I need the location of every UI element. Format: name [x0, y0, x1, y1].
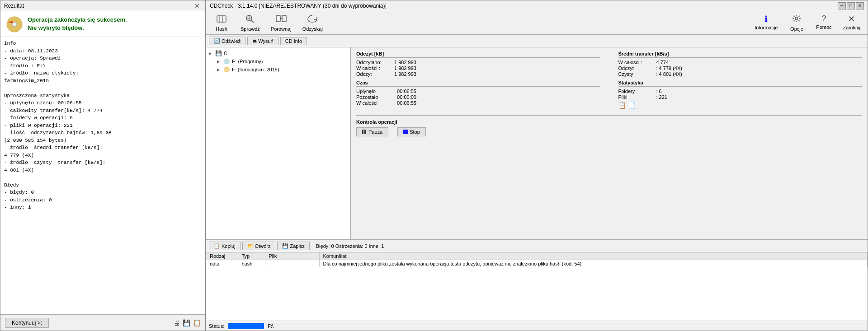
w-calosci2-line: W całości : 4 774: [618, 60, 863, 65]
odczytano-label: Odczytano:: [356, 60, 392, 65]
pliki-line: Pliki : 221: [618, 94, 863, 100]
odczyt2-label: Odczyt: [618, 65, 655, 71]
rezultat-title: Rezultat: [4, 3, 24, 9]
log-table-header: Rodzaj Typ Plik Komunikat: [206, 252, 868, 260]
odswierz-button[interactable]: 🔄 Odśwież: [209, 37, 245, 45]
stop-icon: [403, 130, 408, 134]
toolbar-pomoc[interactable]: ? Pomoc: [810, 13, 837, 33]
kontynuuj-button[interactable]: Kontynuuj >:: [5, 318, 49, 328]
svg-line-7: [251, 20, 254, 23]
w-calosci2-value: 4 774: [656, 60, 669, 65]
hash-icon: [216, 14, 227, 25]
copy-icon-2[interactable]: 📄: [628, 102, 636, 109]
print-icon[interactable]: 🖨: [174, 319, 180, 326]
toolbar-informacje[interactable]: ℹ Informacje: [749, 13, 783, 33]
status-label: Status:: [209, 323, 224, 329]
toolbar-porownaj-label: Porównaj: [271, 26, 292, 32]
log-table: Rodzaj Typ Plik Komunikat notahashDla co…: [206, 252, 868, 321]
tree-arrow-c: ▶: [209, 51, 213, 56]
kontrola-title: Kontrola operacji: [356, 119, 862, 125]
w-calosci3-value: : 00:06:55: [394, 100, 416, 106]
foldery-line: Foldery : 6: [618, 89, 863, 94]
copy-icon[interactable]: 📋: [193, 319, 201, 326]
toolbar-odzyskaj[interactable]: Odzyskaj: [297, 13, 328, 33]
odczyt-label: Odczyt: [356, 71, 392, 77]
zapisz-button[interactable]: 💾 Zapisz: [277, 242, 309, 250]
kopiuj-label: Kopiuj: [222, 243, 236, 249]
czysty-value: : 4 801 (4X): [656, 71, 682, 77]
toolbar-hash[interactable]: Hash: [208, 13, 235, 33]
stats-row-bottom: Czas Upłynęło : 00:06:55 Pozostało : 00:…: [356, 80, 862, 109]
w-calosci2-label: W całości :: [618, 60, 655, 65]
toolbar-zamknij-label: Zamknij: [843, 25, 860, 30]
toolbar-porownaj[interactable]: Porównaj: [265, 13, 297, 33]
tree-item-f[interactable]: ▶ 📀 F: (farmingsim_2015): [216, 65, 349, 74]
status-progress-bar: [228, 323, 264, 329]
cdcheck-titlebar: CDCheck - 3.1.14.0 [NIEZAREJESTROWANY (3…: [206, 0, 868, 11]
toolbar-sprawdz[interactable]: Sprawdź: [235, 13, 265, 33]
pomoc-icon: ?: [821, 14, 826, 23]
uplynielo-value: : 00:06:55: [394, 89, 416, 94]
w-calosci-label: W całości :: [356, 65, 392, 71]
toolbar-informacje-label: Informacje: [755, 25, 778, 30]
toolbar-opcje[interactable]: Opcje: [783, 13, 810, 33]
action-bar: 🔄 Odśwież ⏏ Wysuń CD Info: [206, 35, 868, 47]
rezultat-content: Info - data: 08.11.2023 - operacja: Spra…: [0, 37, 205, 314]
tree-label-e: E: (Programy): [232, 59, 263, 64]
tree-arrow-e: ▶: [217, 60, 222, 64]
log-errors: Błędy: 0 Ostrzeżenia: 0 Inne: 1: [316, 243, 384, 249]
czas-block: Czas Upłynęło : 00:06:55 Pozostało : 00:…: [356, 80, 600, 109]
tree-item-c[interactable]: ▶ 💾 C:: [208, 49, 349, 57]
errors-text: Błędy: 0 Ostrzeżenia: 0 Inne: 1: [316, 243, 384, 249]
zapisz-icon: 💾: [282, 243, 288, 249]
pauza-icon: [362, 130, 367, 134]
cd-info-button[interactable]: CD Info: [280, 37, 307, 45]
odczyt-title: Odczyt [kB]: [356, 51, 600, 58]
minimize-button[interactable]: ─: [838, 2, 846, 9]
w-calosci-value: 1 982 993: [394, 65, 416, 71]
tree-item-e[interactable]: ▶ 💿 E: (Programy): [216, 57, 349, 65]
uplynielo-line: Upłynęło : 00:06:55: [356, 89, 600, 94]
close-button[interactable]: ✕: [856, 2, 864, 9]
odczytano-value: 1 982 993: [394, 60, 416, 65]
otworz-button[interactable]: 📂 Otwórz: [242, 242, 276, 250]
sredni-block: Średni transfer [kB/s] W całości : 4 774…: [618, 51, 863, 77]
file-tree: ▶ 💾 C: ▶ 💿 E: (Programy) ▶ 📀 F: (farming…: [206, 47, 351, 239]
maximize-button[interactable]: □: [847, 2, 855, 9]
odzyskaj-icon: [307, 14, 318, 25]
rezultat-success-message: Operacja zakończyła się sukcesem. Nie wy…: [28, 16, 127, 32]
stop-button[interactable]: Stop: [397, 127, 426, 136]
odswierz-label: Odśwież: [222, 38, 241, 44]
rezultat-close-button[interactable]: ✕: [193, 2, 202, 9]
success-line2: Nie wykryto błędów.: [28, 24, 127, 32]
tree-arrow-f: ▶: [217, 68, 222, 72]
wysun-button[interactable]: ⏏ Wysuń: [247, 37, 278, 45]
uplynielo-label: Upłynęło: [356, 89, 392, 94]
tree-label-c: C:: [224, 51, 229, 56]
opcje-icon: [792, 14, 802, 25]
kopiuj-icon: 📋: [214, 243, 220, 249]
kopiuj-button[interactable]: 📋 Kopiuj: [209, 242, 241, 250]
w-calosci-line: W całości : 1 982 993: [356, 65, 600, 71]
wysun-label: Wysuń: [258, 38, 274, 44]
odczyt-block: Odczyt [kB] Odczytano: 1 982 993 W całoś…: [356, 51, 600, 77]
cell-typ: hash: [238, 260, 265, 268]
rezultat-titlebar: Rezultat ✕: [0, 0, 205, 11]
log-toolbar: 📋 Kopiuj 📂 Otwórz 💾 Zapisz Błędy: 0 Ostr…: [206, 240, 868, 252]
main-content: ▶ 💾 C: ▶ 💿 E: (Programy) ▶ 📀 F: (farming…: [206, 47, 868, 239]
sprawdz-icon: [245, 14, 255, 25]
cell-komunikat: Dla co najmniej jednego pliku została wy…: [319, 260, 868, 268]
stats-row-top: Odczyt [kB] Odczytano: 1 982 993 W całoś…: [356, 51, 862, 77]
zapisz-label: Zapisz: [290, 243, 304, 249]
col-rodzaj: Rodzaj: [206, 252, 238, 260]
save-icon[interactable]: 💾: [183, 319, 190, 326]
tree-icon-c: 💾: [215, 50, 222, 56]
statystyka-block: Statystyka Foldery : 6 Pliki : 221 📋 📄: [618, 80, 863, 109]
log-header-row: Rodzaj Typ Plik Komunikat: [206, 252, 868, 260]
pozostalo-line: Pozostało : 00:00:00: [356, 94, 600, 100]
copy-icon-1[interactable]: 📋: [618, 102, 626, 109]
toolbar-zamknij[interactable]: ✕ Zamknij: [837, 13, 866, 33]
rezultat-panel: Rezultat ✕ CD Operacja zakończyła się su…: [0, 0, 206, 331]
otworz-label: Otwórz: [255, 243, 271, 249]
pauza-button[interactable]: Pauza: [356, 127, 388, 136]
